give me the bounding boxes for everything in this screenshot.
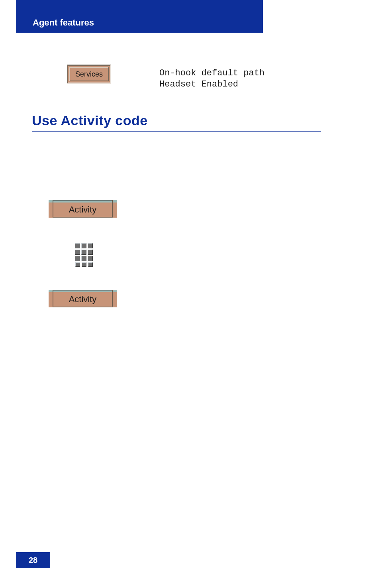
section-heading: Use Activity code (32, 113, 321, 128)
keypad-row (75, 262, 94, 267)
keypad-row (75, 243, 94, 248)
section-rule (32, 131, 321, 132)
display-line-1: On-hook default path (159, 68, 264, 78)
services-button[interactable]: Services (67, 65, 111, 84)
page-number-badge: 28 (16, 552, 50, 568)
keypad-key (75, 262, 80, 267)
page-number: 28 (29, 556, 37, 565)
activity-button[interactable]: Activity (49, 290, 117, 307)
services-button-label: Services (69, 67, 109, 81)
keypad-key (81, 256, 86, 261)
header-bar: Agent features (16, 0, 263, 33)
keypad-key (75, 243, 80, 248)
keypad-key (75, 256, 80, 261)
activity-button-label: Activity (53, 292, 113, 307)
keypad-row (75, 250, 94, 255)
display-line-2: Headset Enabled (159, 79, 238, 89)
section-heading-wrap: Use Activity code (32, 113, 321, 132)
display-readout: On-hook default path Headset Enabled (159, 68, 264, 90)
keypad-icon (75, 243, 94, 268)
keypad-key (88, 262, 93, 267)
header-title: Agent features (33, 18, 94, 28)
keypad-key (82, 262, 86, 267)
activity-button-label: Activity (53, 203, 113, 218)
keypad-key (75, 250, 80, 255)
document-page: Agent features Services On-hook default … (0, 0, 380, 588)
keypad-row (75, 256, 94, 261)
keypad-key (88, 256, 93, 261)
keypad-key (81, 250, 86, 255)
keypad-key (88, 243, 93, 248)
activity-button[interactable]: Activity (49, 200, 117, 218)
keypad-key (81, 243, 86, 248)
keypad-key (88, 250, 93, 255)
